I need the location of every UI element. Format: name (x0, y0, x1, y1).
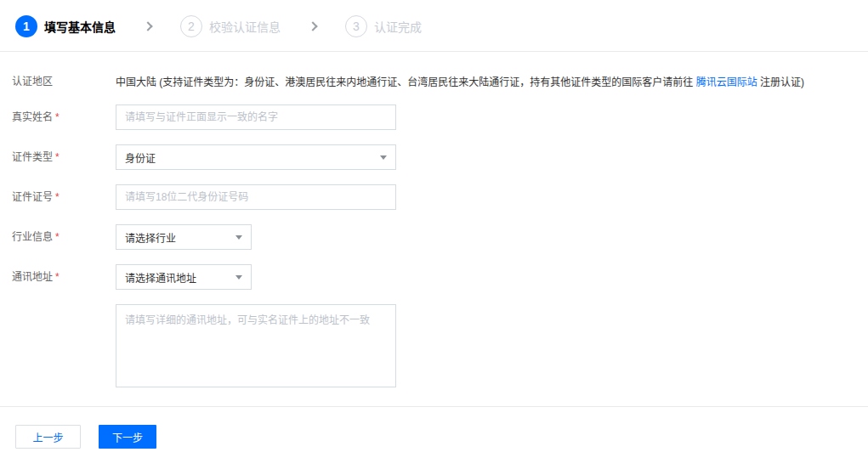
address-row: 通讯地址* 请选择通讯地址 (12, 264, 868, 290)
address-detail-textarea[interactable] (116, 304, 396, 387)
caret-down-icon (380, 155, 387, 160)
required-asterisk: * (55, 111, 60, 123)
footer-actions: 上一步 下一步 (0, 407, 868, 449)
chevron-right-icon (308, 21, 317, 31)
step-3-number-badge: 3 (345, 15, 367, 37)
industry-row: 行业信息* 请选择行业 (12, 224, 868, 250)
step-2-verify-info: 2 校验认证信息 (180, 15, 281, 37)
region-label: 认证地区 (12, 74, 116, 90)
step-1-label: 填写基本信息 (44, 18, 116, 35)
caret-down-icon (235, 235, 242, 240)
required-asterisk: * (55, 191, 60, 203)
id-type-select[interactable]: 身份证 (116, 144, 396, 170)
required-asterisk: * (55, 271, 60, 283)
step-3-label: 认证完成 (374, 18, 422, 35)
international-site-link[interactable]: 腾讯云国际站 (696, 76, 757, 88)
id-type-row: 证件类型* 身份证 (12, 144, 868, 170)
previous-step-button[interactable]: 上一步 (15, 425, 81, 449)
step-wizard: 1 填写基本信息 2 校验认证信息 3 认证完成 (0, 0, 868, 52)
industry-label: 行业信息* (12, 224, 116, 250)
next-step-button[interactable]: 下一步 (99, 425, 156, 449)
step-2-number-badge: 2 (180, 15, 202, 37)
real-name-input[interactable] (116, 105, 396, 130)
id-number-row: 证件证号* (12, 184, 868, 210)
address-label: 通讯地址* (12, 264, 116, 290)
basic-info-form: 认证地区 中国大陆 (支持证件类型为：身份证、港澳居民往来内地通行证、台湾居民往… (0, 52, 868, 387)
required-asterisk: * (55, 231, 60, 243)
chevron-right-icon (143, 21, 152, 31)
industry-selected-value: 请选择行业 (125, 230, 176, 245)
id-type-selected-value: 身份证 (125, 150, 156, 165)
address-region-select[interactable]: 请选择通讯地址 (116, 264, 252, 290)
real-name-row: 真实姓名* (12, 105, 868, 130)
id-type-label: 证件类型* (12, 144, 116, 170)
step-1-basic-info: 1 填写基本信息 (15, 15, 116, 37)
real-name-label: 真实姓名* (12, 105, 116, 130)
region-value-text: 中国大陆 (支持证件类型为：身份证、港澳居民往来内地通行证、台湾居民往来大陆通行… (116, 76, 696, 88)
id-number-label: 证件证号* (12, 184, 116, 210)
caret-down-icon (235, 275, 242, 280)
region-value-suffix: 注册认证) (757, 76, 804, 88)
step-3-complete: 3 认证完成 (345, 15, 422, 37)
step-1-number-badge: 1 (15, 15, 37, 37)
address-detail-row (12, 304, 868, 387)
region-value: 中国大陆 (支持证件类型为：身份证、港澳居民往来内地通行证、台湾居民往来大陆通行… (116, 74, 804, 90)
required-asterisk: * (55, 151, 60, 163)
step-2-label: 校验认证信息 (209, 18, 281, 35)
address-selected-value: 请选择通讯地址 (125, 270, 196, 285)
address-detail-label-spacer (12, 304, 116, 387)
industry-select[interactable]: 请选择行业 (116, 224, 252, 250)
id-number-input[interactable] (116, 184, 396, 210)
region-row: 认证地区 中国大陆 (支持证件类型为：身份证、港澳居民往来内地通行证、台湾居民往… (12, 74, 868, 90)
